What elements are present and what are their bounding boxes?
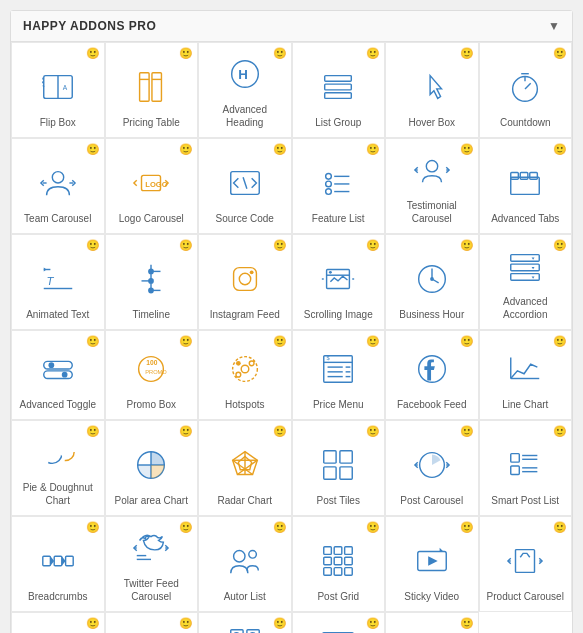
pie-doughnut-chart-icon: [35, 429, 81, 475]
smile-icon: 🙂: [179, 239, 193, 252]
advanced-toggle-label: Advanced Toggle: [19, 398, 96, 411]
widget-item-source-code[interactable]: 🙂Source Code: [198, 138, 292, 234]
widget-item-animated-text[interactable]: 🙂TAnimated Text: [11, 234, 105, 330]
widget-item-radar-chart[interactable]: 🙂Radar Chart: [198, 420, 292, 516]
svg-text:PROMO: PROMO: [146, 369, 168, 375]
smile-icon: 🙂: [366, 47, 380, 60]
svg-point-68: [236, 372, 241, 377]
widget-item-countdown[interactable]: 🙂Countdown: [479, 42, 573, 138]
advanced-tabs-label: Advanced Tabs: [491, 212, 559, 225]
svg-rect-94: [324, 451, 336, 463]
widget-item-advanced-accordion[interactable]: 🙂Advanced Accordion: [479, 234, 573, 330]
svg-point-49: [329, 271, 332, 274]
feature-list-icon: [315, 160, 361, 206]
widget-item-breadcrumbs[interactable]: 🙂Breadcrumbs: [11, 516, 105, 612]
widget-item-line-chart[interactable]: 🙂Line Chart: [479, 330, 573, 420]
smile-icon: 🙂: [553, 335, 567, 348]
advanced-accordion-label: Advanced Accordion: [484, 295, 568, 321]
widget-item-polar-area-chart[interactable]: 🙂Polar area Chart: [105, 420, 199, 516]
svg-rect-56: [511, 274, 540, 281]
smile-icon: 🙂: [179, 47, 193, 60]
logo-carousel-label: Logo Carousel: [119, 212, 184, 225]
widget-item-product-category-grid[interactable]: 🙂Product Category Grid: [198, 612, 292, 633]
hotspots-icon: [222, 346, 268, 392]
widget-item-team-carousel[interactable]: 🙂Team Carousel: [11, 138, 105, 234]
widget-item-advanced-data-table[interactable]: 🙂Advanced Data Table: [292, 612, 386, 633]
price-menu-label: Price Menu: [313, 398, 364, 411]
svg-point-82: [46, 448, 57, 459]
widget-item-product-category-carousel[interactable]: 🙂Product Category Carousel: [11, 612, 105, 633]
twitter-feed-carousel-icon: [128, 525, 174, 571]
smile-icon: 🙂: [86, 335, 100, 348]
instagram-feed-label: Instagram Feed: [210, 308, 280, 321]
widget-item-testimonial-carousel[interactable]: 🙂Testimonial Carousel: [385, 138, 479, 234]
svg-rect-95: [340, 451, 352, 463]
source-code-icon: [222, 160, 268, 206]
widget-item-product-carousel[interactable]: 🙂Product Carousel: [479, 516, 573, 612]
testimonial-carousel-label: Testimonial Carousel: [390, 199, 474, 225]
advanced-toggle-icon: [35, 346, 81, 392]
chevron-down-icon[interactable]: ▼: [548, 19, 560, 33]
widget-item-sticky-video[interactable]: 🙂Sticky Video: [385, 516, 479, 612]
facebook-feed-label: Facebook Feed: [397, 398, 467, 411]
svg-line-14: [525, 83, 531, 89]
post-grid-icon: [315, 538, 361, 584]
widget-item-advanced-heading[interactable]: 🙂HAdvanced Heading: [198, 42, 292, 138]
widget-item-promo-box[interactable]: 🙂100PROMOPromo Box: [105, 330, 199, 420]
svg-rect-3: [140, 73, 150, 102]
widget-item-advanced-tabs[interactable]: 🙂Advanced Tabs: [479, 138, 573, 234]
widget-item-logo-carousel[interactable]: 🙂LOGOLogo Carousel: [105, 138, 199, 234]
pie-doughnut-chart-label: Pie & Doughnut Chart: [16, 481, 100, 507]
widget-item-scrolling-image[interactable]: 🙂Scrolling Image: [292, 234, 386, 330]
widgets-grid: 🙂AFlip Box🙂Pricing Table🙂HAdvanced Headi…: [11, 42, 572, 633]
advanced-data-table-icon: [315, 621, 361, 633]
widget-item-price-menu[interactable]: 🙂$Price Menu: [292, 330, 386, 420]
widget-item-twitter-feed-carousel[interactable]: 🙂Twitter Feed Carousel: [105, 516, 199, 612]
smile-icon: 🙂: [460, 521, 474, 534]
pricing-table-icon: [128, 64, 174, 110]
post-tiles-label: Post Tiles: [317, 494, 360, 507]
svg-rect-116: [334, 557, 342, 565]
instagram-feed-icon: [222, 256, 268, 302]
svg-rect-102: [511, 466, 520, 475]
hover-box-icon: [409, 64, 455, 110]
smile-icon: 🙂: [273, 239, 287, 252]
widget-item-business-hour[interactable]: 🙂Business Hour: [385, 234, 479, 330]
widget-item-instagram-feed[interactable]: 🙂Instagram Feed: [198, 234, 292, 330]
breadcrumbs-icon: [35, 538, 81, 584]
widget-item-hover-box[interactable]: 🙂Hover Box: [385, 42, 479, 138]
countdown-icon: [502, 64, 548, 110]
widget-item-hotspots[interactable]: 🙂Hotspots: [198, 330, 292, 420]
widget-item-list-group[interactable]: 🙂List Group: [292, 42, 386, 138]
widget-item-autor-list[interactable]: 🙂Autor List: [198, 516, 292, 612]
widget-item-post-grid[interactable]: 🙂Post Grid: [292, 516, 386, 612]
widget-item-modal-popup[interactable]: 🙂Modal Popup: [385, 612, 479, 633]
smile-icon: 🙂: [179, 521, 193, 534]
widget-item-post-carousel[interactable]: 🙂Post Carousel: [385, 420, 479, 516]
widget-item-product-grid[interactable]: 🙂Product Grid: [105, 612, 199, 633]
sticky-video-label: Sticky Video: [404, 590, 459, 603]
smile-icon: 🙂: [460, 617, 474, 630]
countdown-label: Countdown: [500, 116, 551, 129]
widget-item-post-tiles[interactable]: 🙂Post Tiles: [292, 420, 386, 516]
widget-item-pricing-table[interactable]: 🙂Pricing Table: [105, 42, 199, 138]
smile-icon: 🙂: [366, 617, 380, 630]
svg-point-60: [62, 372, 68, 378]
svg-rect-96: [324, 467, 336, 479]
svg-point-84: [61, 447, 71, 457]
svg-rect-55: [511, 264, 540, 271]
widget-item-smart-post-list[interactable]: 🙂Smart Post List: [479, 420, 573, 516]
svg-rect-119: [334, 568, 342, 576]
svg-rect-115: [324, 557, 332, 565]
widget-item-advanced-toggle[interactable]: 🙂Advanced Toggle: [11, 330, 105, 420]
widget-item-facebook-feed[interactable]: 🙂Facebook Feed: [385, 330, 479, 420]
source-code-label: Source Code: [216, 212, 274, 225]
svg-rect-106: [54, 556, 62, 566]
widget-item-feature-list[interactable]: 🙂Feature List: [292, 138, 386, 234]
widget-item-timeline[interactable]: 🙂Timeline: [105, 234, 199, 330]
widget-item-pie-doughnut-chart[interactable]: 🙂Pie & Doughnut Chart: [11, 420, 105, 516]
product-category-grid-icon: [222, 621, 268, 633]
widget-item-flip-box[interactable]: 🙂AFlip Box: [11, 42, 105, 138]
smile-icon: 🙂: [553, 47, 567, 60]
smile-icon: 🙂: [179, 335, 193, 348]
